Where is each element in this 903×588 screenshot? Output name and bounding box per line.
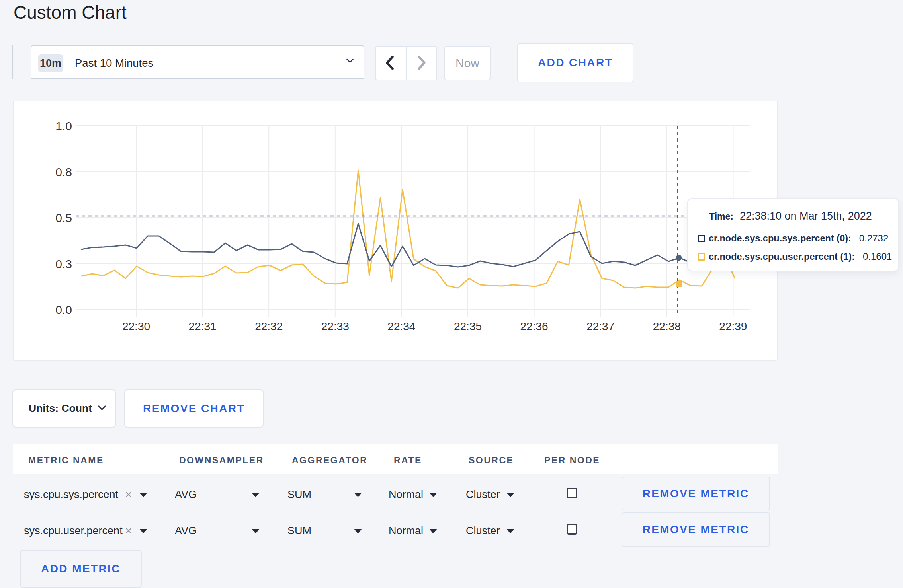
svg-text:22:38: 22:38 [653, 320, 681, 333]
svg-text:0.3: 0.3 [55, 257, 72, 271]
svg-text:22:37: 22:37 [586, 320, 614, 333]
svg-text:22:35: 22:35 [454, 320, 482, 333]
svg-text:22:39: 22:39 [719, 320, 747, 333]
svg-text:22:36: 22:36 [520, 320, 548, 333]
svg-text:22:34: 22:34 [387, 320, 415, 333]
svg-text:22:33: 22:33 [321, 320, 349, 333]
svg-text:22:32: 22:32 [255, 320, 283, 333]
svg-text:1.0: 1.0 [55, 119, 72, 132]
svg-text:22:30: 22:30 [122, 320, 150, 333]
svg-text:22:31: 22:31 [189, 320, 217, 333]
svg-text:0.5: 0.5 [55, 211, 72, 224]
svg-text:0.0: 0.0 [55, 303, 72, 316]
svg-text:0.8: 0.8 [55, 165, 72, 179]
